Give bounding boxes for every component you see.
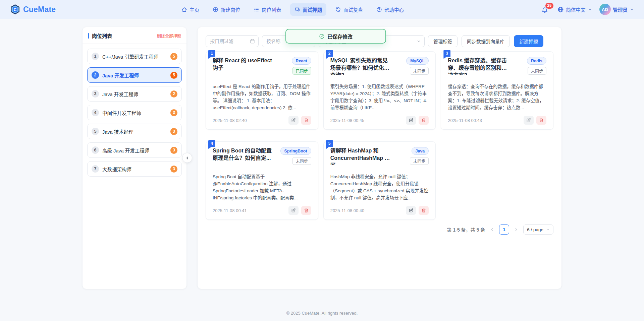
avatar: AD [599,4,611,15]
user-menu[interactable]: AD 管理员 [599,4,634,15]
delete-all-questions-link[interactable]: 删除全部押题 [157,33,181,39]
job-list-item[interactable]: 7 大数据架构师 3 [87,161,182,177]
nav-item-new-job[interactable]: 新建岗位 [208,3,245,16]
page-number-button[interactable]: 1 [499,224,509,235]
question-card-footer: 2025-11-08 00:43 [448,111,546,125]
question-title: MySQL 索引失效的常见场景有哪些？如何优化慢查询? [330,57,391,75]
question-card: 1 解释 React 的 useEffect 钩子 React 已同步 useE… [206,51,318,130]
delete-question-button[interactable] [301,116,311,125]
sync-status-badge: 未同步 [528,67,546,75]
delete-question-button[interactable] [419,206,429,215]
card-divider [213,79,311,79]
trash-icon [539,118,544,123]
nav-item-help-center[interactable]: 帮助中心 [372,3,408,16]
notification-bell-button[interactable]: 25 [541,5,550,14]
job-title-label: 大数据架构师 [102,166,131,173]
nav-label: 面试复盘 [343,6,363,13]
nav-label: 新建岗位 [221,6,240,13]
next-page-button[interactable] [514,227,519,232]
edit-question-button[interactable] [288,116,299,125]
navbar-right: 25 简体中文 AD 管理员 [541,4,634,15]
question-count-badge: 3 [170,128,177,135]
toolbar-buttons: 管理标签 同步数据到向量库 新建押题 [428,35,543,47]
trash-icon [421,118,426,123]
question-date: 2025-11-08 00:45 [330,118,365,123]
job-list-item[interactable]: 6 高级 Java 开发工程师 3 [87,142,182,158]
language-selector[interactable]: 简体中文 [557,6,592,13]
edit-question-button[interactable] [406,206,416,215]
page-footer: © 2025 CueMate. All rights reserved. [0,305,644,316]
card-divider [213,169,311,169]
edit-icon [409,208,413,213]
nav-item-interview-questions[interactable]: 面试押题 [290,3,326,16]
check-circle-icon [319,34,325,39]
sync-status-badge: 未同步 [292,157,311,165]
job-list-panel: 岗位列表 删除全部押题 1 C++/Java 引擎研发工程师 5 2 Java … [82,27,187,289]
questions-panel: 请选择标签 管理标签 同步数据到向量库 新建押题 1 解释 React 的 us… [197,27,562,289]
question-card-header: Spring Boot 的自动配置原理是什么？如何自定... SpringBoo… [213,147,311,165]
job-index-badge: 1 [92,53,99,60]
question-card-footer: 2025-11-08 02:40 [213,111,311,125]
question-count-badge: 3 [170,147,177,154]
chevron-down-icon [588,7,592,11]
card-actions [406,116,429,125]
previous-page-button[interactable] [490,227,494,232]
edit-icon [291,208,296,213]
pagination: 第 1-5 条，共 5 条 1 6 / page [206,224,553,235]
page-size-select[interactable]: 6 / page [523,224,553,235]
job-index-badge: 6 [92,146,99,154]
question-title: Redis 缓存穿透、缓存击穿、缓存雪崩的区别和解决方案? [448,57,508,75]
delete-question-button[interactable] [536,116,546,125]
question-pills: Java 未同步 [394,147,429,165]
delete-question-button[interactable] [419,116,429,125]
brand-logo[interactable]: C CueMate [10,4,56,15]
question-description: 索引失效场景：1. 使用函数或表达式（WHERE YEAR(date) = 20… [330,83,429,111]
svg-text:C: C [14,7,17,12]
tag-badge: Java [412,147,429,155]
page-size-value: 6 / page [527,227,543,232]
tag-badge: MySQL [406,57,429,65]
sync-to-vector-store-button[interactable]: 同步数据到向量库 [462,35,510,47]
job-list-item[interactable]: 1 C++/Java 引擎研发工程师 5 [87,49,182,64]
question-card: 3 Redis 缓存穿透、缓存击穿、缓存雪崩的区别和解决方案? Redis 未同… [441,51,553,130]
edit-question-button[interactable] [406,116,416,125]
save-success-toast: 已保存修改 [285,29,386,44]
job-list-item[interactable]: 4 中间件开发工程师 3 [87,105,182,120]
edit-question-button[interactable] [524,116,534,125]
job-index-badge: 7 [92,165,99,173]
nav-label: 帮助中心 [384,6,404,13]
card-actions [524,116,546,125]
top-navbar: C CueMate 主页 新建岗位 岗位列表 面试押 [0,0,644,19]
calendar-icon [250,39,255,44]
job-index-badge: 3 [92,90,99,98]
question-card-header: Redis 缓存穿透、缓存击穿、缓存雪崩的区别和解决方案? Redis 未同步 [448,57,546,75]
question-description: Spring Boot 自动配置基于 @EnableAutoConfigurat… [213,173,311,201]
sidebar-collapse-button[interactable] [182,153,192,163]
nav-label: 岗位列表 [262,6,281,13]
plus-circle-icon [213,7,218,12]
chevron-down-icon [546,228,550,232]
nav-item-interview-review[interactable]: 面试复盘 [331,3,367,16]
trash-icon [421,208,426,213]
edit-question-button[interactable] [288,206,299,215]
job-title-label: C++/Java 引擎研发工程师 [102,53,159,60]
question-card-header: MySQL 索引失效的常见场景有哪些？如何优化慢查询? MySQL 未同步 [330,57,429,75]
card-divider [330,169,429,169]
job-list-item[interactable]: 2 Java 开发工程师 5 [87,67,182,83]
list-icon [254,7,259,12]
delete-question-button[interactable] [301,206,311,215]
tag-badge: React [292,57,311,65]
manage-tags-button[interactable]: 管理标签 [428,35,458,47]
question-card-footer: 2025-11-08 00:45 [330,111,429,125]
edit-icon [291,118,296,123]
nav-item-job-list[interactable]: 岗位列表 [249,3,285,16]
chevron-down-icon [630,7,634,11]
job-list-item[interactable]: 3 Java 开发工程师 2 [87,86,182,102]
pagination-summary: 第 1-5 条，共 5 条 [447,226,485,233]
job-list-item[interactable]: 5 Java 技术经理 3 [87,124,182,139]
card-actions [406,206,429,215]
new-question-button[interactable]: 新建押题 [514,35,543,47]
nav-label: 主页 [190,6,199,13]
nav-item-home[interactable]: 主页 [177,3,204,16]
question-count-badge: 3 [170,166,177,173]
